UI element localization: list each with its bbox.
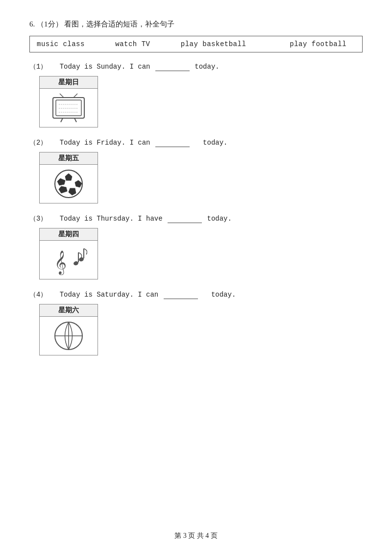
- sq4-text-before: Today is Saturday. I can: [60, 291, 159, 299]
- image-day-2: 星期五: [40, 152, 98, 165]
- svg-text:𝄞: 𝄞: [54, 251, 67, 275]
- sq2-text-after: today.: [203, 139, 227, 147]
- svg-line-3: [74, 118, 76, 122]
- word-1: music class: [37, 40, 85, 48]
- image-day-1: 星期日: [40, 76, 98, 89]
- sub-question-2: （2） Today is Friday. I can today.: [29, 138, 363, 147]
- svg-line-5: [74, 94, 77, 98]
- sq2-number: （2）: [29, 139, 47, 147]
- word-bank: music class watch TV play basketball pla…: [29, 36, 363, 52]
- sq4-number: （4）: [29, 291, 47, 299]
- sq3-text-after: today.: [207, 215, 231, 223]
- tv-icon: [49, 93, 88, 123]
- question-score: （1分）: [37, 20, 63, 28]
- sq4-blank[interactable]: [164, 291, 198, 299]
- svg-marker-13: [59, 186, 67, 193]
- sq1-text-after: today.: [195, 63, 219, 71]
- question-instruction: 看图，选择合适的短语，补全句子: [64, 20, 174, 28]
- question-header: 6. （1分） 看图，选择合适的短语，补全句子: [29, 20, 363, 29]
- svg-marker-14: [57, 178, 65, 185]
- image-body-3: 𝄞: [40, 241, 98, 279]
- page-footer: 第 3 页 共 4 页: [0, 531, 392, 540]
- image-box-3: 星期四 𝄞: [39, 228, 98, 279]
- word-4: play football: [290, 40, 346, 48]
- image-day-4: 星期六: [40, 304, 98, 317]
- sub-question-4: （4） Today is Saturday. I can today.: [29, 290, 363, 299]
- word-3: play basketball: [181, 40, 246, 48]
- sq1-text-before: Today is Sunday. I can: [60, 63, 150, 71]
- sq3-text-before: Today is Thursday. I have: [60, 215, 163, 223]
- sq3-blank[interactable]: [168, 215, 202, 223]
- image-day-3: 星期四: [40, 228, 98, 241]
- image-body-2: [40, 165, 98, 203]
- svg-line-2: [61, 118, 63, 122]
- music-icon: 𝄞: [50, 245, 87, 275]
- svg-marker-12: [69, 188, 76, 195]
- sq2-blank[interactable]: [155, 139, 190, 147]
- footer-text: 第 3 页 共 4 页: [174, 532, 218, 539]
- svg-marker-11: [75, 180, 82, 187]
- svg-rect-0: [53, 98, 84, 118]
- sub-question-1: （1） Today is Sunday. I can today.: [29, 62, 363, 71]
- svg-rect-1: [56, 100, 81, 116]
- sq2-text-before: Today is Friday. I can: [60, 139, 150, 147]
- sq1-number: （1）: [29, 63, 47, 71]
- image-box-1: 星期日: [39, 76, 98, 127]
- image-box-4: 星期六: [39, 304, 98, 355]
- image-body-1: [40, 89, 98, 127]
- image-body-4: [40, 317, 98, 355]
- sq4-text-after: today.: [211, 291, 236, 299]
- svg-marker-10: [65, 174, 72, 180]
- word-2: watch TV: [115, 40, 150, 48]
- svg-line-4: [60, 94, 64, 98]
- sq1-blank[interactable]: [155, 63, 190, 71]
- sub-question-3: （3） Today is Thursday. I have today.: [29, 214, 363, 223]
- football-icon: [51, 167, 86, 201]
- sq3-number: （3）: [29, 215, 47, 223]
- question-number: 6.: [29, 20, 35, 28]
- basketball-icon: [51, 319, 86, 353]
- image-box-2: 星期五: [39, 152, 98, 203]
